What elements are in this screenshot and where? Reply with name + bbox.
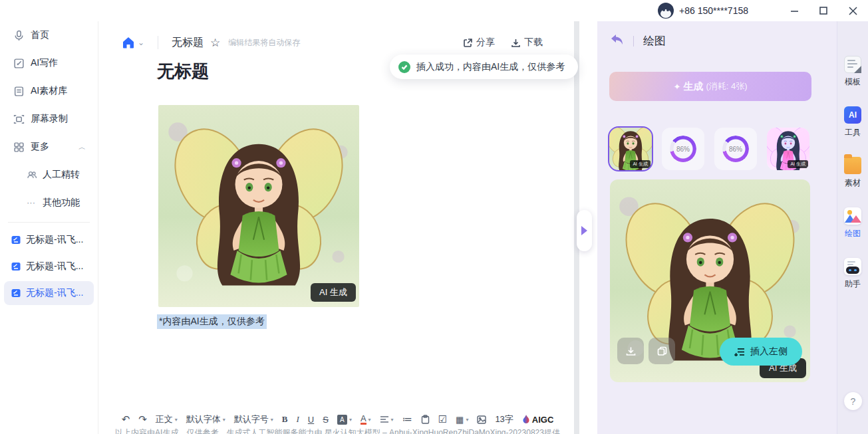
- screen-record-icon: [13, 114, 25, 125]
- progress-ring: 86%: [722, 136, 749, 162]
- document-icon: [11, 235, 21, 245]
- panel-collapse-handle[interactable]: [577, 210, 592, 251]
- template-icon: [844, 56, 861, 73]
- sidebar-item-ai-library[interactable]: AI素材库: [0, 77, 98, 105]
- sidebar-item-label: 屏幕录制: [31, 113, 68, 125]
- microphone-icon: [13, 30, 25, 41]
- chevron-down-icon[interactable]: ⌄: [138, 38, 144, 47]
- account-area[interactable]: +86 150****7158: [658, 3, 748, 19]
- thumbnail-1-selected[interactable]: AI 生成: [609, 128, 652, 170]
- home-icon: [122, 36, 135, 49]
- caret-icon: ▾: [466, 417, 468, 423]
- insert-left-label: 插入左侧: [750, 346, 788, 358]
- ellipsis-icon: ···: [27, 197, 37, 208]
- generate-label: 生成: [683, 80, 703, 93]
- rail-label: 模板: [845, 76, 861, 88]
- rail-label: 绘图: [845, 228, 861, 239]
- ai-tools-icon: AI: [844, 106, 861, 124]
- sidebar-item-more[interactable]: 更多 ︿: [0, 133, 98, 161]
- sidebar-item-label: AI素材库: [31, 85, 67, 97]
- star-icon[interactable]: ☆: [210, 36, 220, 50]
- chevron-up-icon[interactable]: ︿: [78, 142, 86, 152]
- back-button[interactable]: [611, 34, 624, 49]
- ai-generated-badge: AI 生成: [788, 160, 808, 168]
- minimize-button[interactable]: [788, 5, 800, 17]
- bold-button[interactable]: B: [282, 414, 288, 425]
- sidebar-item-home[interactable]: 首页: [0, 21, 98, 49]
- download-button[interactable]: 下载: [511, 37, 543, 49]
- caret-icon: ▾: [175, 417, 178, 423]
- help-button[interactable]: ?: [844, 392, 862, 410]
- thumbnail-3-progress[interactable]: 86%: [714, 128, 757, 170]
- panel-title: 绘图: [643, 33, 666, 49]
- highlight-color-button[interactable]: A▾: [337, 415, 352, 425]
- maximize-button[interactable]: [817, 5, 829, 17]
- sidebar-item-other-functions[interactable]: ··· 其他功能: [0, 189, 98, 217]
- align-button[interactable]: ▾: [380, 415, 394, 423]
- drawing-panel: 绘图 ✦ 生成 (消耗: 4张) AI 生成 86% 86% AI 生成: [597, 21, 837, 434]
- aigc-indicator[interactable]: AIGC: [522, 415, 554, 425]
- page-title[interactable]: 无标题: [157, 60, 209, 83]
- sidebar-item-label: 首页: [31, 29, 49, 41]
- undo-button[interactable]: ↶: [122, 413, 130, 425]
- font-size-select[interactable]: 默认字号▾: [234, 413, 273, 425]
- caret-icon: ▾: [349, 417, 352, 423]
- sidebar-divider: [8, 222, 90, 223]
- rail-item-ai-tools[interactable]: AI 工具: [837, 106, 868, 138]
- copy-image-button[interactable]: [649, 338, 675, 364]
- editor-area: ⌄ 无标题 ☆ 编辑结果将自动保存 分享 下载 无标题 AI 生成 *内容: [99, 21, 576, 434]
- rail-item-assistant[interactable]: 助手: [837, 258, 868, 290]
- insert-left-button[interactable]: 插入左侧: [720, 338, 802, 366]
- insert-image-button[interactable]: [477, 415, 486, 424]
- font-family-select[interactable]: 默认字体▾: [186, 413, 225, 425]
- underline-button[interactable]: U: [308, 415, 314, 425]
- rail-item-materials[interactable]: 素材: [837, 157, 868, 189]
- chevron-right-icon: [581, 226, 587, 235]
- paragraph-style-select[interactable]: 正文▾: [156, 413, 178, 425]
- download-image-button[interactable]: [617, 338, 644, 364]
- redo-button[interactable]: ↷: [138, 413, 147, 425]
- bullet-list-button[interactable]: ≔: [402, 413, 412, 425]
- rail-item-drawing-active[interactable]: 绘图: [837, 207, 868, 239]
- doc-item-1[interactable]: 无标题-讯飞...: [4, 228, 94, 252]
- rail-label: 素材: [845, 177, 861, 189]
- strikethrough-button[interactable]: S: [323, 415, 329, 425]
- doc-item-3-active[interactable]: 无标题-讯飞...: [4, 281, 94, 305]
- library-icon: [13, 86, 25, 97]
- editor-header: ⌄ 无标题 ☆ 编辑结果将自动保存 分享 下载: [99, 28, 576, 57]
- caret-icon: ▾: [391, 417, 394, 423]
- font-color-button[interactable]: A▾: [361, 414, 371, 425]
- ai-generated-badge: AI 生成: [630, 160, 651, 168]
- clipboard-button[interactable]: [421, 415, 430, 424]
- table-button[interactable]: ▦▾: [456, 415, 468, 425]
- thumbnail-4[interactable]: AI 生成: [767, 128, 809, 170]
- home-button[interactable]: ⌄: [122, 36, 144, 49]
- rail-item-templates[interactable]: 模板: [837, 56, 868, 88]
- close-button[interactable]: [847, 5, 859, 17]
- sidebar-item-ai-writing[interactable]: AI写作: [0, 49, 98, 77]
- thumbnail-2-progress[interactable]: 86%: [662, 128, 704, 170]
- table-icon: ▦: [456, 415, 464, 425]
- share-label: 分享: [476, 37, 495, 49]
- share-button[interactable]: 分享: [463, 37, 495, 49]
- ai-disclaimer-footer: 以上内容由AI生成，仅供参考。生成式人工智能服务能力由 星火认知大模型 – An…: [99, 427, 576, 434]
- font-color-icon: A: [361, 414, 366, 425]
- generated-image[interactable]: AI 生成: [158, 105, 359, 307]
- generate-button[interactable]: ✦ 生成 (消耗: 4张): [609, 72, 811, 101]
- titlebar: +86 150****7158: [0, 0, 868, 21]
- italic-button[interactable]: I: [297, 414, 299, 425]
- doc-item-2[interactable]: 无标题-讯飞...: [4, 255, 94, 278]
- sidebar-item-screen-record[interactable]: 屏幕录制: [0, 105, 98, 133]
- checkbox-button[interactable]: ☑: [438, 413, 447, 425]
- preview-image[interactable]: AI 生成 插入左侧: [610, 179, 810, 382]
- sidebar-item-label: 其他功能: [43, 197, 80, 209]
- caret-icon: ▾: [271, 417, 273, 423]
- grid-icon: [13, 142, 25, 153]
- toast-text: 插入成功，内容由AI生成，仅供参考: [416, 61, 565, 73]
- sidebar-item-manual-transcribe[interactable]: 人工精转: [0, 161, 98, 189]
- autosave-status: 编辑结果将自动保存: [228, 37, 300, 49]
- user-avatar[interactable]: [658, 3, 674, 19]
- generate-cost: (消耗: 4张): [706, 80, 747, 92]
- doc-title[interactable]: 无标题: [172, 36, 204, 50]
- image-caption[interactable]: *内容由AI生成，仅供参考: [157, 314, 267, 329]
